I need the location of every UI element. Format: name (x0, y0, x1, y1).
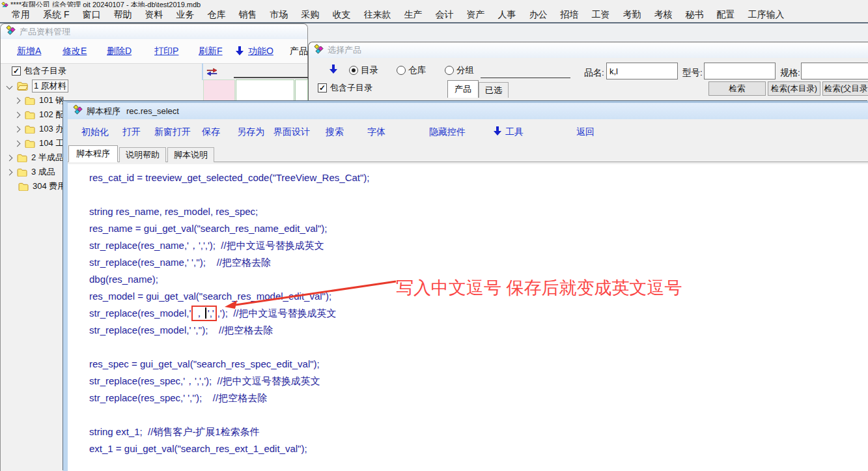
tree-item-label[interactable]: 104 工 (39, 137, 64, 149)
app-icon (1, 0, 8, 7)
menu-item-kaoqin[interactable]: 考勤 (616, 9, 647, 21)
font-button[interactable]: 字体 (367, 126, 385, 138)
open-new-window-button[interactable]: 新窗打开 (154, 126, 191, 138)
code-line: res_spec = gui_get_val("search_res_spec_… (89, 356, 868, 373)
chevron-right-icon[interactable] (7, 169, 13, 175)
include-subdirs-label: 包含子目录 (24, 65, 66, 77)
menu-bar: 常用 系统 F 窗口 帮助 资料 业务 仓库 销售 市场 采购 收支 往来款 生… (0, 7, 868, 23)
tree-item-raw-materials[interactable]: 1 原材料 (1, 79, 309, 93)
menu-item-kuaiji[interactable]: 会计 (428, 9, 460, 21)
menu-item-bangzhu[interactable]: 帮助 (107, 9, 138, 21)
chevron-right-icon[interactable] (14, 111, 21, 118)
menu-item-shouzhi[interactable]: 收支 (326, 9, 357, 21)
tree-item-label[interactable]: 102 配 (39, 109, 64, 121)
search-parent-dir-button[interactable]: 检索(父目录 (822, 81, 868, 96)
chevron-right-icon[interactable] (7, 154, 13, 161)
menu-item-xiaoshou[interactable]: 销售 (232, 9, 263, 21)
back-button[interactable]: 返回 (576, 126, 595, 138)
code-line: str_replace(res_spec,'，',','); //把中文逗号替换… (89, 373, 868, 390)
menu-item-cangku[interactable]: 仓库 (201, 9, 232, 21)
save-button[interactable]: 保存 (202, 126, 220, 138)
menu-item-xitong[interactable]: 系统 F (36, 9, 76, 21)
open-button[interactable]: 打开 (122, 126, 141, 138)
spec-field-input[interactable] (801, 63, 868, 79)
radio-catalog[interactable]: 目录 (349, 64, 378, 76)
script-toolbar: 初始化 打开 新窗打开 保存 另存为 界面设计 搜索 字体 隐藏控件 工具 返回 (68, 119, 868, 145)
window-icon (73, 105, 83, 117)
radio-warehouse[interactable]: 仓库 (397, 64, 426, 76)
menu-item-shengchan[interactable]: 生产 (397, 9, 428, 21)
functions-button[interactable]: 功能O (248, 46, 273, 57)
menu-item-chuangkou[interactable]: 窗口 (76, 9, 107, 21)
chevron-right-icon[interactable] (14, 126, 21, 132)
edit-button[interactable]: 修改E (63, 46, 87, 57)
save-as-button[interactable]: 另存为 (237, 126, 264, 138)
tab-script[interactable]: 脚本程序 (68, 145, 118, 162)
filter-underline-input[interactable] (481, 62, 570, 78)
menu-item-peizhi[interactable]: 配置 (710, 9, 741, 21)
model-field-input[interactable] (704, 63, 776, 79)
window-icon (6, 25, 16, 38)
search-this-dir-button[interactable]: 检索(本目录) (768, 81, 820, 96)
swap-arrows-icon[interactable] (206, 67, 217, 79)
checkbox-checked-icon[interactable]: ✓ (12, 66, 21, 76)
delete-button[interactable]: 删除D (107, 46, 132, 57)
tree-item-label[interactable]: 2 半成品 (31, 152, 64, 164)
menu-item-renshi[interactable]: 人事 (491, 9, 522, 21)
refresh-button[interactable]: 刷新F (199, 46, 223, 57)
add-button[interactable]: 新增A (17, 46, 41, 57)
menu-item-bangong[interactable]: 办公 (522, 9, 553, 21)
menu-item-ziliao[interactable]: 资料 (138, 9, 169, 21)
menu-item-yewu[interactable]: 业务 (169, 9, 201, 21)
tree-item-label[interactable]: 304 费用 (33, 180, 66, 192)
menu-item-zhaopei[interactable]: 招培 (553, 9, 585, 21)
radio-selected-icon[interactable] (349, 66, 358, 75)
annotation-text: 写入中文逗号 保存后就变成英文逗号 (396, 276, 682, 300)
chevron-right-icon[interactable] (14, 97, 21, 104)
checkbox-checked-icon[interactable]: ✓ (318, 83, 327, 93)
chevron-down-icon[interactable] (7, 83, 13, 89)
menu-item-wanglaikuan[interactable]: 往来款 (357, 9, 397, 21)
tools-button[interactable]: 工具 (505, 126, 524, 138)
form-edge (234, 77, 308, 78)
menu-item-shichang[interactable]: 市场 (263, 9, 294, 21)
menu-item-gongxushuru[interactable]: 工序输入 (741, 9, 791, 21)
code-line: str_replace(res_name,' ',''); //把空格去除 (89, 254, 868, 271)
window-title: 选择产品 (328, 44, 361, 56)
spec-field-label: 规格: (780, 67, 800, 79)
tree-item-label[interactable]: 3 成品 (31, 166, 55, 178)
code-editor[interactable]: res_cat_id = treeview_get_selected_code(… (68, 164, 868, 471)
radio-icon[interactable] (397, 66, 406, 75)
menu-item-gongzi[interactable]: 工资 (585, 9, 616, 21)
name-field-input[interactable] (606, 63, 678, 79)
product-toolbar: 新增A 修改E 删除D 打印P 刷新F 功能O 产品 (1, 39, 307, 64)
menu-item-zichan[interactable]: 资产 (460, 9, 491, 21)
tab-help[interactable]: 说明帮助 (119, 147, 166, 162)
tab-selected[interactable]: 已选 (479, 82, 509, 98)
select-product-tab-row: ✓ 包含子目录 产品 已选 检索 检索(本目录) 检索(父目录 (309, 80, 868, 102)
init-button[interactable]: 初始化 (81, 126, 109, 138)
ui-design-button[interactable]: 界面设计 (273, 126, 310, 138)
tab-notes[interactable]: 脚本说明 (167, 147, 214, 162)
menu-item-kaohe[interactable]: 考核 (647, 9, 679, 21)
search-button[interactable]: 搜索 (326, 126, 344, 138)
menu-item-mishu[interactable]: 秘书 (679, 9, 710, 21)
tree-item-label[interactable]: 101 钢 (39, 94, 64, 106)
code-line: str_replace(res_name,'，',','); //把中文逗号替换… (89, 237, 868, 254)
app-title-bar: ****有限公司 综合管理 oit 20240107 - 本地-db\test2… (0, 0, 868, 7)
radio-icon[interactable] (445, 66, 454, 75)
tab-product[interactable]: 产品 (447, 80, 479, 98)
menu-item-caigou[interactable]: 采购 (294, 9, 326, 21)
chevron-right-icon[interactable] (14, 140, 21, 147)
arrow-down-icon[interactable] (329, 64, 337, 76)
tree-item-label[interactable]: 103 办 (39, 123, 64, 135)
hide-controls-button[interactable]: 隐藏控件 (429, 126, 466, 138)
search-button[interactable]: 检索 (708, 81, 766, 96)
tree-item-label[interactable]: 1 原材料 (32, 79, 68, 93)
radio-group[interactable]: 分组 (445, 64, 474, 76)
include-subdirs-checkbox-row[interactable]: ✓ 包含子目录 (318, 82, 372, 94)
code-line: res_name = gui_get_val("search_res_name_… (89, 220, 868, 237)
include-subdirs-checkbox-row[interactable]: ✓ 包含子目录 (12, 65, 66, 77)
print-button[interactable]: 打印P (154, 46, 178, 57)
menu-item-changyong[interactable]: 常用 (5, 9, 36, 21)
